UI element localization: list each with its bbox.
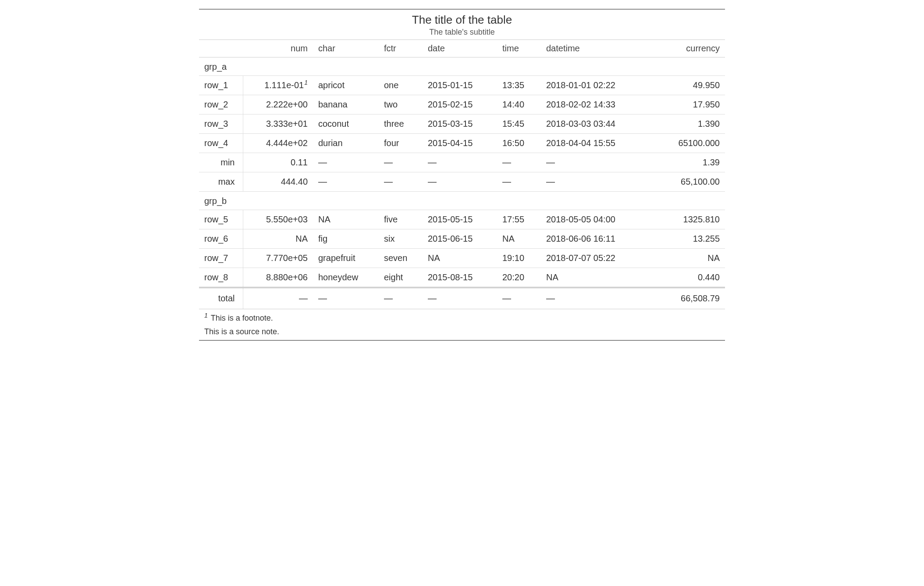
cell-fctr: — [379,288,423,309]
cell-num: — [243,288,313,309]
row-stub: row_4 [199,134,243,153]
cell-num: 2.222e+00 [243,95,313,114]
cell-char: apricot [313,76,379,95]
cell-currency: 0.440 [642,268,725,288]
data-table: The title of the table The table's subti… [199,9,725,341]
cell-datetime: 2018-05-05 04:00 [541,210,642,229]
cell-currency: 13.255 [642,229,725,249]
row-stub: row_3 [199,114,243,134]
cell-time: 14:40 [497,95,541,114]
footnote-mark: 1 [204,312,208,319]
cell-char: banana [313,95,379,114]
grand-stub: total [199,288,243,309]
cell-char: grapefruit [313,249,379,268]
cell-char: durian [313,134,379,153]
cell-time: 15:45 [497,114,541,134]
cell-currency: 65100.000 [642,134,725,153]
cell-datetime: 2018-07-07 05:22 [541,249,642,268]
cell-char: honeydew [313,268,379,288]
summary-stub: min [199,153,243,172]
cell-currency: 66,508.79 [642,288,725,309]
cell-num: 444.40 [243,172,313,192]
cell-datetime: — [541,172,642,192]
cell-datetime: NA [541,268,642,288]
cell-time: 19:10 [497,249,541,268]
table-row: row_3 3.333e+01 coconut three 2015-03-15… [199,114,725,134]
table-row: row_6 NA fig six 2015-06-15 NA 2018-06-0… [199,229,725,249]
cell-currency: 1325.810 [642,210,725,229]
table-row: row_7 7.770e+05 grapefruit seven NA 19:1… [199,249,725,268]
cell-time: — [497,288,541,309]
cell-time: 17:55 [497,210,541,229]
cell-date: — [423,172,497,192]
col-char: char [313,40,379,57]
cell-datetime: 2018-01-01 02:22 [541,76,642,95]
col-fctr: fctr [379,40,423,57]
table-row: row_8 8.880e+06 honeydew eight 2015-08-1… [199,268,725,288]
table-title: The title of the table [203,13,721,27]
col-time: time [497,40,541,57]
cell-char: — [313,288,379,309]
cell-datetime: — [541,153,642,172]
cell-num: 5.550e+03 [243,210,313,229]
col-datetime: datetime [541,40,642,57]
footnote: 1 This is a footnote. [199,309,725,325]
cell-currency: 1.390 [642,114,725,134]
cell-currency: 49.950 [642,76,725,95]
row-stub: row_2 [199,95,243,114]
cell-time: — [497,172,541,192]
cell-time: 13:35 [497,76,541,95]
cell-fctr: seven [379,249,423,268]
cell-char: fig [313,229,379,249]
cell-fctr: five [379,210,423,229]
table-row: row_2 2.222e+00 banana two 2015-02-15 14… [199,95,725,114]
row-stub: row_1 [199,76,243,95]
group-label: grp_a [199,57,725,76]
cell-fctr: six [379,229,423,249]
row-stub: row_6 [199,229,243,249]
row-stub: row_8 [199,268,243,288]
cell-date: 2015-06-15 [423,229,497,249]
summary-row: min 0.11 — — — — — 1.39 [199,153,725,172]
cell-date: 2015-02-15 [423,95,497,114]
cell-time: NA [497,229,541,249]
cell-fctr: three [379,114,423,134]
cell-char: NA [313,210,379,229]
footnote-mark: 1 [304,79,308,86]
grand-total-row: total — — — — — — 66,508.79 [199,288,725,309]
cell-date: 2015-08-15 [423,268,497,288]
cell-fctr: — [379,153,423,172]
cell-fctr: one [379,76,423,95]
cell-datetime: 2018-04-04 15:55 [541,134,642,153]
group-label: grp_b [199,192,725,210]
cell-date: 2015-05-15 [423,210,497,229]
table-row: row_5 5.550e+03 NA five 2015-05-15 17:55… [199,210,725,229]
cell-fctr: two [379,95,423,114]
col-num: num [243,40,313,57]
source-note: This is a source note. [199,325,725,340]
col-date: date [423,40,497,57]
cell-num: 3.333e+01 [243,114,313,134]
cell-date: NA [423,249,497,268]
cell-datetime: 2018-03-03 03:44 [541,114,642,134]
cell-char: — [313,172,379,192]
summary-row: max 444.40 — — — — — 65,100.00 [199,172,725,192]
cell-currency: 1.39 [642,153,725,172]
cell-date: 2015-01-15 [423,76,497,95]
cell-char: — [313,153,379,172]
cell-currency: 65,100.00 [642,172,725,192]
cell-datetime: 2018-02-02 14:33 [541,95,642,114]
cell-datetime: — [541,288,642,309]
cell-fctr: — [379,172,423,192]
row-stub: row_7 [199,249,243,268]
cell-currency: 17.950 [642,95,725,114]
cell-fctr: four [379,134,423,153]
cell-num: 1.111e-011 [243,76,313,95]
summary-stub: max [199,172,243,192]
stub-head [199,40,243,57]
table-subtitle: The table's subtitle [203,28,721,37]
cell-currency: NA [642,249,725,268]
cell-date: 2015-03-15 [423,114,497,134]
table-row: row_1 1.111e-011 apricot one 2015-01-15 … [199,76,725,95]
cell-date: — [423,153,497,172]
